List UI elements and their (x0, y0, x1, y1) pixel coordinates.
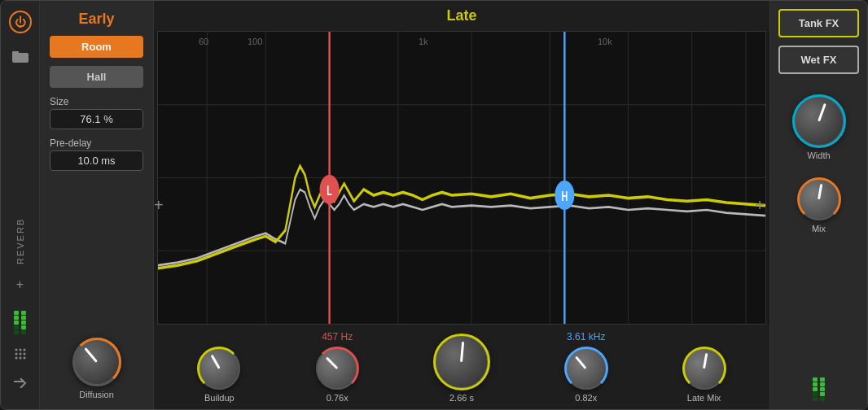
size-label: Size (50, 96, 143, 107)
width-knob[interactable] (793, 95, 845, 147)
eq-display: 60 100 1k 10k (157, 31, 766, 325)
vu-meter-right (778, 372, 859, 401)
predelay-label: Pre-delay (50, 137, 143, 149)
size-section: Size 76.1 % (50, 96, 143, 129)
low-decay-knob-group: 457 Hz 0.76x (316, 331, 358, 403)
width-label: Width (807, 150, 830, 160)
hall-preset-button[interactable]: Hall (50, 66, 143, 88)
mix-knob[interactable] (798, 178, 840, 220)
freq-label-100: 100 (248, 37, 262, 46)
svg-point-9 (19, 357, 21, 360)
plus-icon[interactable]: + (16, 277, 24, 292)
late-mix-knob-group: Late Mix (683, 347, 726, 403)
mix-section: Mix (778, 178, 859, 233)
low-decay-label: 0.76x (327, 393, 349, 403)
decay-knob-group: 2.66 s (434, 334, 489, 403)
eq-svg: L H (158, 32, 765, 324)
mix-label: Mix (812, 224, 826, 233)
plugin-container: ⏻ REVERB + (0, 0, 868, 410)
low-decay-knob[interactable] (316, 347, 358, 390)
reverb-label: REVERB (15, 79, 25, 264)
svg-point-5 (15, 353, 17, 355)
folder-icon[interactable] (11, 46, 30, 66)
decay-knob[interactable] (434, 334, 489, 390)
freq-label-1k: 1k (419, 37, 428, 46)
decay-label: 2.66 s (449, 393, 474, 403)
freq-label-60: 60 (199, 37, 208, 46)
right-panel: Tank FX Wet FX Width Mix (769, 1, 867, 409)
sidebar-bottom: + (11, 277, 30, 399)
svg-point-6 (19, 353, 21, 355)
late-mix-knob[interactable] (683, 347, 726, 390)
late-title: Late (154, 1, 769, 31)
low-freq-label: 457 Hz (322, 331, 353, 342)
early-panel: Early Room Hall Size 76.1 % Pre-delay 10… (40, 1, 154, 409)
diffusion-section: Diffusion (50, 338, 143, 399)
grid-icon[interactable] (11, 344, 30, 364)
svg-point-2 (15, 349, 17, 351)
bottom-knobs: Buildup 457 Hz 0.76x 2.66 s (154, 325, 769, 409)
svg-point-7 (23, 353, 25, 355)
left-sidebar: ⏻ REVERB + (1, 1, 40, 409)
buildup-label: Buildup (204, 393, 235, 403)
svg-text:L: L (327, 184, 332, 198)
svg-point-10 (23, 357, 25, 360)
arrow-icon[interactable] (11, 373, 30, 393)
svg-rect-1 (12, 51, 19, 55)
high-freq-label: 3.61 kHz (567, 331, 605, 342)
buildup-knob[interactable] (198, 347, 240, 390)
svg-text:H: H (561, 190, 568, 204)
high-decay-label: 0.82x (575, 393, 597, 403)
svg-point-8 (15, 357, 17, 360)
svg-point-4 (23, 349, 25, 351)
svg-point-3 (19, 349, 21, 351)
vu-meter-sidebar (14, 302, 26, 334)
power-button[interactable]: ⏻ (9, 11, 32, 33)
early-title: Early (50, 11, 143, 28)
buildup-knob-group: Buildup (198, 347, 240, 403)
predelay-value[interactable]: 10.0 ms (50, 150, 143, 171)
tank-fx-button[interactable]: Tank FX (778, 9, 859, 37)
wet-fx-button[interactable]: Wet FX (778, 46, 859, 74)
late-mix-label: Late Mix (687, 393, 721, 403)
left-expand-button[interactable]: + (154, 196, 164, 215)
high-decay-knob[interactable] (565, 347, 607, 390)
width-section: Width (778, 95, 859, 160)
predelay-section: Pre-delay 10.0 ms (50, 137, 143, 171)
diffusion-label: Diffusion (79, 390, 114, 399)
main-area: Late 60 100 1k 10k (154, 1, 769, 409)
diffusion-knob[interactable] (72, 338, 121, 386)
high-decay-knob-group: 3.61 kHz 0.82x (565, 331, 607, 403)
room-preset-button[interactable]: Room (50, 36, 143, 58)
freq-label-10k: 10k (598, 37, 612, 46)
size-value[interactable]: 76.1 % (50, 109, 143, 129)
right-expand-button[interactable]: + (755, 196, 765, 215)
